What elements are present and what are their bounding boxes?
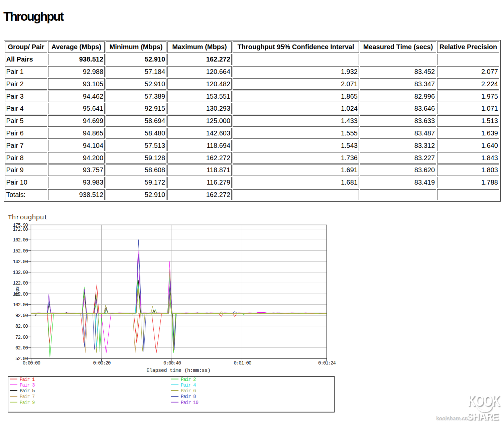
svg-text:Pair 9: Pair 9	[20, 400, 35, 405]
svg-text:Pair 8: Pair 8	[181, 394, 196, 399]
svg-text:Pair 2: Pair 2	[181, 377, 196, 382]
svg-text:102.00: 102.00	[13, 302, 28, 308]
svg-text:0:01:00: 0:01:00	[234, 360, 251, 366]
svg-text:Pair 5: Pair 5	[20, 388, 35, 394]
svg-text:62.00: 62.00	[15, 345, 28, 351]
svg-text:152.00: 152.00	[13, 248, 28, 254]
svg-text:0:00:20: 0:00:20	[93, 360, 111, 366]
svg-text:122.00: 122.00	[13, 281, 28, 286]
svg-text:Elapsed time (h:mm:ss): Elapsed time (h:mm:ss)	[146, 368, 210, 374]
svg-text:162.00: 162.00	[13, 237, 28, 243]
svg-text:82.00: 82.00	[15, 324, 28, 329]
svg-text:142.00: 142.00	[13, 259, 28, 264]
svg-text:Throughput: Throughput	[8, 214, 48, 221]
svg-text:Pair 3: Pair 3	[20, 383, 35, 388]
svg-text:172.00: 172.00	[13, 227, 28, 232]
svg-text:Mbps: Mbps	[15, 287, 20, 297]
svg-text:0:00:40: 0:00:40	[163, 360, 181, 366]
svg-text:72.00: 72.00	[15, 335, 28, 340]
svg-text:Pair 1: Pair 1	[20, 377, 35, 382]
svg-text:Pair 4: Pair 4	[181, 383, 196, 388]
svg-text:132.00: 132.00	[13, 270, 28, 275]
svg-text:Pair 6: Pair 6	[181, 388, 196, 394]
svg-text:Pair 10: Pair 10	[181, 400, 198, 405]
svg-text:Pair 7: Pair 7	[20, 394, 35, 399]
svg-text:92.00: 92.00	[15, 313, 28, 318]
svg-text:0:00:00: 0:00:00	[23, 360, 40, 366]
svg-text:0:01:24: 0:01:24	[318, 360, 336, 366]
